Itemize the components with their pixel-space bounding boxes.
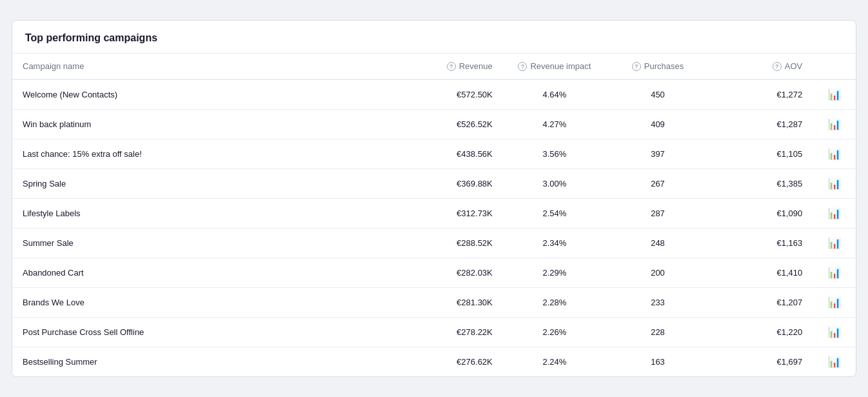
- campaigns-table: Campaign name ? Revenue ? Revenue impact: [12, 54, 856, 376]
- top-performing-campaigns-card: Top performing campaigns Campaign name ?…: [12, 20, 856, 377]
- revenue-impact-cell: 4.27%: [503, 110, 606, 139]
- bar-chart-icon[interactable]: 📊: [828, 208, 841, 219]
- purchases-cell: 450: [606, 79, 709, 110]
- revenue-impact-cell: 2.26%: [503, 318, 606, 347]
- table-row: Abandoned Cart €282.03K 2.29% 200 €1,410…: [12, 258, 856, 288]
- revenue-impact-cell: 3.56%: [503, 139, 606, 169]
- campaign-name-cell: Abandoned Cart: [12, 258, 400, 288]
- card-title: Top performing campaigns: [12, 21, 856, 54]
- campaign-name-cell: Summer Sale: [12, 229, 400, 258]
- purchases-cell: 248: [606, 229, 709, 258]
- chart-action-cell[interactable]: 📊: [813, 139, 856, 169]
- aov-help-icon[interactable]: ?: [773, 62, 782, 71]
- campaign-name-cell: Win back platinum: [12, 110, 400, 139]
- campaign-name-cell: Bestselling Summer: [12, 347, 400, 377]
- revenue-cell: €369.88K: [400, 169, 503, 199]
- revenue-cell: €572.50K: [400, 79, 503, 110]
- table-row: Win back platinum €526.52K 4.27% 409 €1,…: [12, 110, 856, 139]
- revenue-cell: €438.56K: [400, 139, 503, 169]
- table-row: Summer Sale €288.52K 2.34% 248 €1,163 📊: [12, 229, 856, 258]
- revenue-cell: €276.62K: [400, 347, 503, 377]
- bar-chart-icon[interactable]: 📊: [828, 238, 841, 249]
- chart-action-cell[interactable]: 📊: [813, 288, 856, 318]
- bar-chart-icon[interactable]: 📊: [828, 89, 841, 100]
- aov-cell: €1,697: [709, 347, 813, 377]
- bar-chart-icon[interactable]: 📊: [828, 267, 841, 278]
- table-row: Welcome (New Contacts) €572.50K 4.64% 45…: [12, 79, 856, 110]
- purchases-cell: 163: [606, 347, 709, 377]
- th-aov: ? AOV: [709, 54, 813, 79]
- aov-cell: €1,207: [709, 288, 813, 318]
- purchases-cell: 409: [606, 110, 709, 139]
- table-row: Last chance: 15% extra off sale! €438.56…: [12, 139, 856, 169]
- aov-cell: €1,220: [709, 318, 813, 347]
- bar-chart-icon[interactable]: 📊: [828, 356, 841, 367]
- aov-cell: €1,090: [709, 199, 813, 229]
- purchases-cell: 228: [606, 318, 709, 347]
- chart-action-cell[interactable]: 📊: [813, 199, 856, 229]
- th-purchases: ? Purchases: [606, 54, 709, 79]
- purchases-cell: 287: [606, 199, 709, 229]
- chart-action-cell[interactable]: 📊: [813, 258, 856, 288]
- revenue-impact-cell: 4.64%: [503, 79, 606, 110]
- revenue-impact-cell: 2.28%: [503, 288, 606, 318]
- campaign-name-cell: Brands We Love: [12, 288, 400, 318]
- table-body: Welcome (New Contacts) €572.50K 4.64% 45…: [12, 79, 856, 376]
- aov-cell: €1,385: [709, 169, 813, 199]
- table-header-row: Campaign name ? Revenue ? Revenue impact: [12, 54, 856, 79]
- revenue-impact-cell: 3.00%: [503, 169, 606, 199]
- chart-action-cell[interactable]: 📊: [813, 347, 856, 377]
- revenue-help-icon[interactable]: ?: [447, 62, 456, 71]
- bar-chart-icon[interactable]: 📊: [828, 148, 841, 159]
- bar-chart-icon[interactable]: 📊: [828, 327, 841, 338]
- revenue-cell: €282.03K: [400, 258, 503, 288]
- revenue-impact-cell: 2.54%: [503, 199, 606, 229]
- revenue-impact-help-icon[interactable]: ?: [518, 62, 527, 71]
- th-revenue-impact: ? Revenue impact: [503, 54, 606, 79]
- table-row: Brands We Love €281.30K 2.28% 233 €1,207…: [12, 288, 856, 318]
- th-revenue: ? Revenue: [400, 54, 503, 79]
- chart-action-cell[interactable]: 📊: [813, 110, 856, 139]
- purchases-cell: 267: [606, 169, 709, 199]
- aov-cell: €1,287: [709, 110, 813, 139]
- chart-action-cell[interactable]: 📊: [813, 318, 856, 347]
- table-row: Post Purchase Cross Sell Offline €278.22…: [12, 318, 856, 347]
- bar-chart-icon[interactable]: 📊: [828, 119, 841, 130]
- aov-cell: €1,163: [709, 229, 813, 258]
- campaign-name-cell: Lifestyle Labels: [12, 199, 400, 229]
- revenue-cell: €288.52K: [400, 229, 503, 258]
- purchases-cell: 200: [606, 258, 709, 288]
- campaign-name-cell: Post Purchase Cross Sell Offline: [12, 318, 400, 347]
- purchases-cell: 233: [606, 288, 709, 318]
- revenue-impact-cell: 2.24%: [503, 347, 606, 377]
- aov-cell: €1,105: [709, 139, 813, 169]
- campaign-name-cell: Welcome (New Contacts): [12, 79, 400, 110]
- th-action: [813, 54, 856, 79]
- aov-cell: €1,410: [709, 258, 813, 288]
- revenue-cell: €281.30K: [400, 288, 503, 318]
- campaign-name-cell: Last chance: 15% extra off sale!: [12, 139, 400, 169]
- campaign-name-cell: Spring Sale: [12, 169, 400, 199]
- purchases-cell: 397: [606, 139, 709, 169]
- revenue-impact-cell: 2.29%: [503, 258, 606, 288]
- purchases-help-icon[interactable]: ?: [632, 62, 641, 71]
- table-row: Bestselling Summer €276.62K 2.24% 163 €1…: [12, 347, 856, 377]
- chart-action-cell[interactable]: 📊: [813, 229, 856, 258]
- revenue-cell: €312.73K: [400, 199, 503, 229]
- table-row: Lifestyle Labels €312.73K 2.54% 287 €1,0…: [12, 199, 856, 229]
- revenue-cell: €278.22K: [400, 318, 503, 347]
- revenue-impact-cell: 2.34%: [503, 229, 606, 258]
- chart-action-cell[interactable]: 📊: [813, 79, 856, 110]
- bar-chart-icon[interactable]: 📊: [828, 178, 841, 189]
- bar-chart-icon[interactable]: 📊: [828, 297, 841, 308]
- table-row: Spring Sale €369.88K 3.00% 267 €1,385 📊: [12, 169, 856, 199]
- chart-action-cell[interactable]: 📊: [813, 169, 856, 199]
- th-campaign-name: Campaign name: [12, 54, 400, 79]
- aov-cell: €1,272: [709, 79, 813, 110]
- revenue-cell: €526.52K: [400, 110, 503, 139]
